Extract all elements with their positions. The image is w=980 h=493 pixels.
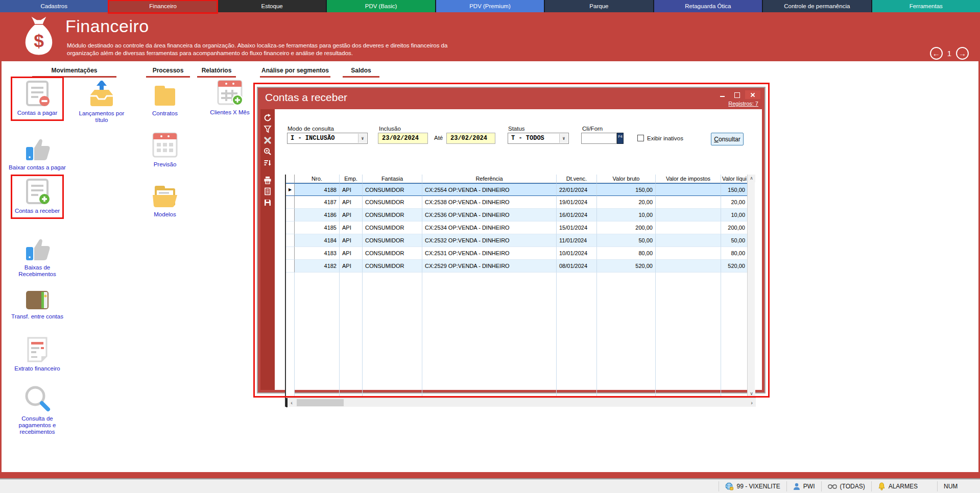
tab-pdv-basic[interactable]: PDV (Basic) [327, 0, 435, 12]
tab-cadastros[interactable]: Cadastros [0, 0, 108, 12]
shortcut-contratos[interactable]: Contratos [134, 84, 196, 117]
refresh-icon[interactable] [264, 114, 272, 122]
tab-ferramentas[interactable]: Ferramentas [872, 0, 980, 12]
cell-bruto: 80,00 [597, 247, 656, 260]
inbox-upload-icon [87, 81, 116, 108]
row-marker-cell [286, 209, 295, 221]
col-valor-liquido[interactable]: Valor líqui [721, 175, 748, 183]
cell-nro: 4185 [295, 221, 340, 234]
thumbs-up-icon [23, 237, 52, 262]
tab-retaguarda-otica[interactable]: Retaguarda Ótica [654, 0, 762, 12]
clear-filter-icon[interactable] [264, 136, 272, 144]
user-label: PWI [803, 483, 815, 490]
scroll-down-icon[interactable]: ∨ [748, 390, 755, 398]
filter-icon[interactable] [264, 125, 272, 133]
shortcut-contas-a-pagar[interactable]: Contas a pagar [11, 77, 64, 121]
col-valor-impostos[interactable]: Valor de impostos [656, 175, 721, 183]
inclusao-date-input[interactable] [378, 133, 428, 144]
shortcut-modelos[interactable]: Modelos [134, 184, 196, 218]
subtab-movimentacoes[interactable]: Movimentações [32, 65, 116, 78]
tab-pdv-premium[interactable]: PDV (Premium) [436, 0, 544, 12]
subtab-processos[interactable]: Processos [146, 65, 190, 78]
col-valor-bruto[interactable]: Valor bruto [597, 175, 656, 183]
shortcut-lancamentos-por-titulo[interactable]: Lançamentos por título [71, 81, 132, 124]
shortcut-label: Clientes X Mês [210, 109, 249, 116]
cell-impostos [656, 209, 721, 221]
cell-emp: API [340, 196, 363, 209]
zoom-icon[interactable] [264, 147, 272, 156]
table-row[interactable]: 4182APICONSUMIDORCX:2529 OP:VENDA - DINH… [286, 260, 755, 273]
cliforn-input[interactable] [581, 133, 617, 144]
save-icon[interactable] [264, 199, 272, 207]
table-row[interactable]: 4185APICONSUMIDORCX:2534 OP:VENDA - DINH… [286, 221, 755, 234]
module-header: $ Financeiro Módulo destinado ao control… [0, 12, 980, 61]
module-body: Movimentações Processos Relatórios Análi… [0, 61, 980, 472]
table-row[interactable]: 4186APICONSUMIDORCX:2536 OP:VENDA - DINH… [286, 209, 755, 221]
table-body: ▶4188APICONSUMIDORCX:2554 OP:VENDA - DIN… [286, 183, 755, 273]
filler-cell [295, 273, 340, 398]
table-row[interactable]: 4184APICONSUMIDORCX:2532 OP:VENDA - DINH… [286, 234, 755, 247]
shortcut-label: Lançamentos por título [73, 110, 130, 124]
shortcut-extrato-financeiro[interactable]: Extrato financeiro [7, 336, 68, 372]
shortcut-contas-a-receber[interactable]: Contas a receber [11, 175, 64, 219]
tab-controle-permanencia[interactable]: Controle de permanência [763, 0, 871, 12]
shortcut-baixar-contas-a-pagar[interactable]: Baixar contas a pagar [7, 137, 68, 171]
cell-fantasia: CONSUMIDOR [363, 196, 422, 209]
scroll-right-icon[interactable]: › [748, 400, 756, 406]
close-icon[interactable] [745, 90, 760, 99]
cell-dtvenc: 08/01/2024 [557, 260, 597, 273]
modo-de-consulta-select[interactable]: I - INCLUSÃO ∨ [287, 133, 368, 144]
vertical-scrollbar[interactable]: ∧ ∨ [747, 175, 755, 398]
cell-referencia: CX:2536 OP:VENDA - DINHEIRO [422, 209, 557, 221]
ate-date-input[interactable] [446, 133, 495, 144]
shortcut-clientes-x-mes[interactable]: Clientes X Mês [199, 79, 260, 116]
modo-de-consulta-label: Modo de consulta [288, 126, 334, 132]
scrollbar-thumb[interactable] [297, 399, 344, 406]
sort-icon[interactable] [264, 159, 272, 167]
subtab-analise-por-segmentos[interactable]: Análise por segmentos [260, 65, 330, 78]
cell-bruto: 50,00 [597, 234, 656, 247]
top-tab-bar: Cadastros Financeiro Estoque PDV (Basic)… [0, 0, 980, 12]
cell-bruto: 20,00 [597, 196, 656, 209]
horizontal-scrollbar[interactable]: ‹ › [286, 398, 756, 407]
shortcut-previsao[interactable]: Previsão [134, 132, 196, 168]
registros-link[interactable]: Registros: 7 [728, 101, 758, 107]
tab-financeiro[interactable]: Financeiro [109, 0, 217, 12]
prev-page-button[interactable]: ← [930, 47, 943, 60]
cell-nro: 4186 [295, 209, 340, 221]
consultar-button[interactable]: Consultar [711, 133, 744, 145]
report-icon[interactable] [264, 187, 272, 195]
scroll-left-icon[interactable]: ‹ [288, 400, 296, 406]
col-referencia[interactable]: Referência [422, 175, 557, 183]
subtab-relatorios[interactable]: Relatórios [197, 65, 236, 78]
maximize-icon[interactable] [731, 90, 743, 99]
shortcut-baixas-de-recebimentos[interactable]: Baixas de Recebimentos [7, 237, 68, 278]
table-row[interactable]: 4183APICONSUMIDORCX:2531 OP:VENDA - DINH… [286, 247, 755, 260]
cell-referencia: CX:2532 OP:VENDA - DINHEIRO [422, 234, 557, 247]
table-row[interactable]: ▶4188APICONSUMIDORCX:2554 OP:VENDA - DIN… [286, 183, 755, 196]
window-toolbar [260, 109, 275, 390]
col-emp[interactable]: Emp. [340, 175, 363, 183]
shortcut-consulta-pagamentos[interactable]: Consulta de pagamentos e recebimentos [7, 384, 68, 435]
cell-emp: API [340, 260, 363, 273]
cell-fantasia: CONSUMIDOR [363, 183, 422, 196]
status-select[interactable]: T - TODOS ∨ [508, 133, 569, 144]
next-page-button[interactable]: → [956, 47, 969, 60]
minimize-icon[interactable] [716, 90, 729, 99]
tab-estoque[interactable]: Estoque [218, 0, 326, 12]
col-dtvenc[interactable]: Dt.venc. [557, 175, 597, 183]
scroll-up-icon[interactable]: ∧ [748, 175, 755, 182]
f4-lookup-button[interactable]: F4 [617, 133, 624, 144]
exibir-inativos-checkbox[interactable] [637, 135, 644, 141]
col-fantasia[interactable]: Fantasia [363, 175, 422, 183]
selected-row-marker-icon: ▶ [286, 183, 295, 196]
print-icon[interactable] [264, 176, 272, 184]
tab-parque[interactable]: Parque [545, 0, 653, 12]
col-nro[interactable]: Nro. [295, 175, 340, 183]
cell-fantasia: CONSUMIDOR [363, 234, 422, 247]
shortcut-transf-entre-contas[interactable]: Transf. entre contas [7, 289, 68, 320]
table-row[interactable]: 4187APICONSUMIDORCX:2538 OP:VENDA - DINH… [286, 196, 755, 209]
subtab-saldos[interactable]: Saldos [343, 65, 379, 78]
search-icon [22, 384, 52, 413]
status-alarms[interactable]: ALARMES [871, 481, 924, 491]
